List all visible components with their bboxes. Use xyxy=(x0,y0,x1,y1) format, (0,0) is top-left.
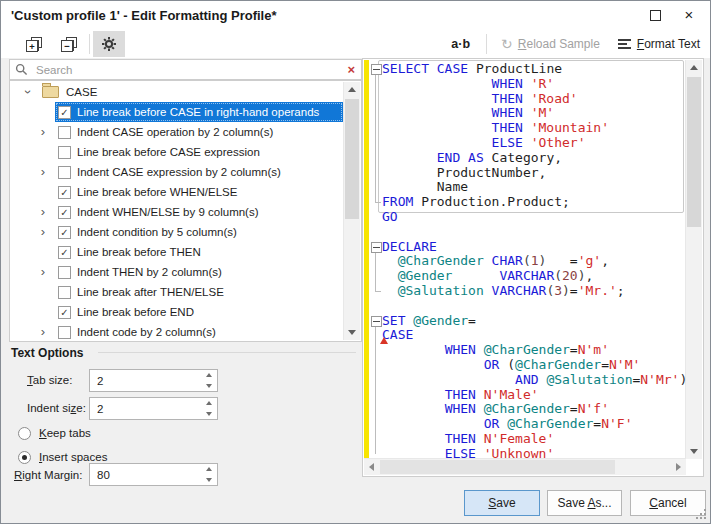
expander-icon[interactable]: › xyxy=(19,87,37,97)
expander-icon[interactable]: › xyxy=(38,123,48,141)
expand-all-icon: + xyxy=(26,37,42,52)
close-button[interactable]: × xyxy=(676,4,702,26)
tree-group-row[interactable]: ›CASE xyxy=(11,82,343,102)
tree-option-row[interactable]: ›Indent THEN by 2 column(s) xyxy=(11,262,343,282)
search-input[interactable] xyxy=(34,63,347,77)
expander-icon[interactable]: › xyxy=(38,203,48,221)
scroll-left-icon[interactable] xyxy=(364,459,379,475)
scrollbar-thumb[interactable] xyxy=(380,460,615,474)
expand-all-button[interactable]: + xyxy=(18,31,50,57)
scroll-down-icon[interactable] xyxy=(686,444,702,459)
expander-icon[interactable]: › xyxy=(38,223,48,241)
tree-option-row[interactable]: ›Indent CASE expression by 2 column(s) xyxy=(11,162,343,182)
tab-size-input[interactable] xyxy=(89,369,218,392)
option-label: Line break before WHEN/ELSE xyxy=(77,186,237,198)
expander-icon[interactable]: › xyxy=(38,163,48,181)
scrollbar-thumb[interactable] xyxy=(345,99,359,219)
fold-toggle-icon[interactable] xyxy=(371,316,382,327)
spin-down-icon[interactable] xyxy=(201,475,217,486)
option-checkbox[interactable] xyxy=(58,126,71,139)
maximize-icon xyxy=(650,10,661,21)
sql-preview-editor[interactable]: SELECT CASE ProductLine WHEN 'R' THEN 'R… xyxy=(362,58,704,477)
code-line: @Gender VARCHAR(20), xyxy=(382,269,686,284)
scroll-up-icon[interactable] xyxy=(686,60,702,75)
spin-up-icon[interactable] xyxy=(201,398,217,409)
profile-options-button[interactable] xyxy=(93,31,125,57)
options-tree-rows: ›CASE✓Line break before CASE in right-ha… xyxy=(11,82,343,340)
option-label: Indent CASE operation by 2 column(s) xyxy=(77,126,273,138)
ab-toggle-button[interactable]: a·b xyxy=(451,37,470,51)
spin-down-icon[interactable] xyxy=(201,381,217,392)
code-line: WHEN @CharGender=N'm' xyxy=(382,343,686,358)
scroll-right-icon[interactable] xyxy=(671,459,686,475)
option-checkbox[interactable]: ✓ xyxy=(58,186,71,199)
fold-toggle-icon[interactable] xyxy=(371,64,382,75)
right-margin-input[interactable] xyxy=(89,463,218,486)
reload-sample-button: ↻ Reload Sample xyxy=(501,36,600,52)
scroll-up-icon[interactable] xyxy=(344,82,360,97)
tree-option-row[interactable]: ›✓Indent condition by 5 column(s) xyxy=(11,222,343,242)
collapse-all-button[interactable]: − xyxy=(53,31,85,57)
scrollbar-thumb[interactable] xyxy=(687,77,701,227)
code-line: ProductNumber, xyxy=(382,166,686,181)
cancel-button[interactable]: Cancel xyxy=(630,490,706,516)
spin-up-icon[interactable] xyxy=(201,370,217,381)
option-checkbox[interactable] xyxy=(58,166,71,179)
tree-option-row[interactable]: ✓Line break before CASE in right-hand op… xyxy=(11,102,343,122)
tree-option-row[interactable]: ›✓Indent WHEN/ELSE by 9 column(s) xyxy=(11,202,343,222)
save-button[interactable]: Save xyxy=(464,490,540,516)
expander-icon[interactable]: › xyxy=(38,263,48,281)
editor-toolbar: a·b ↻ Reload Sample Format Text xyxy=(451,30,700,58)
code-line: THEN N'Female' xyxy=(382,432,686,447)
option-checkbox[interactable]: ✓ xyxy=(58,226,71,239)
collapse-all-icon: − xyxy=(61,37,77,52)
option-checkbox[interactable] xyxy=(58,266,71,279)
clear-search-icon[interactable]: × xyxy=(347,63,355,76)
option-checkbox[interactable]: ✓ xyxy=(58,246,71,259)
indent-size-value[interactable] xyxy=(90,398,201,419)
option-checkbox[interactable] xyxy=(58,286,71,299)
resize-grip[interactable] xyxy=(704,517,706,519)
fold-toggle-icon[interactable] xyxy=(371,242,382,253)
editor-hscrollbar[interactable] xyxy=(364,458,686,475)
indent-size-input[interactable] xyxy=(89,397,218,420)
tree-option-row[interactable]: ›Indent code by 2 column(s) xyxy=(11,322,343,340)
titlebar: 'Custom profile 1' - Edit Formatting Pro… xyxy=(1,1,710,30)
tree-scrollbar[interactable] xyxy=(343,82,360,340)
option-checkbox[interactable]: ✓ xyxy=(58,306,71,319)
option-checkbox[interactable]: ✓ xyxy=(58,206,71,219)
tab-size-value[interactable] xyxy=(90,370,201,391)
search-box[interactable]: × xyxy=(9,59,362,80)
code-line: SELECT CASE ProductLine xyxy=(382,62,686,77)
maximize-button[interactable] xyxy=(642,4,668,26)
toolbar-separator xyxy=(486,34,487,54)
tree-option-row[interactable]: ✓Line break before WHEN/ELSE xyxy=(11,182,343,202)
window-title: 'Custom profile 1' - Edit Formatting Pro… xyxy=(11,8,276,23)
right-margin-value[interactable] xyxy=(90,464,201,485)
option-checkbox[interactable]: ✓ xyxy=(58,106,71,119)
code-line: WHEN 'M' xyxy=(382,106,686,121)
tree-option-row[interactable]: ✓Line break before END xyxy=(11,302,343,322)
code-line: DECLARE xyxy=(382,240,686,255)
option-checkbox[interactable] xyxy=(58,146,71,159)
tree-option-row[interactable]: Line break before CASE expression xyxy=(11,142,343,162)
option-label: Indent WHEN/ELSE by 9 column(s) xyxy=(77,206,259,218)
scroll-down-icon[interactable] xyxy=(344,325,360,340)
toolbar-separator xyxy=(89,34,90,54)
editor-vscrollbar[interactable] xyxy=(685,60,702,459)
spin-up-icon[interactable] xyxy=(201,464,217,475)
tree-option-row[interactable]: ›Indent CASE operation by 2 column(s) xyxy=(11,122,343,142)
code-line: WHEN @CharGender=N'f' xyxy=(382,402,686,417)
insert-spaces-label: Insert spaces xyxy=(39,451,107,463)
spin-down-icon[interactable] xyxy=(201,409,217,420)
tree-option-row[interactable]: ✓Line break before THEN xyxy=(11,242,343,262)
radio-icon xyxy=(18,451,31,464)
tree-option-row[interactable]: Line break after THEN/ELSE xyxy=(11,282,343,302)
keep-tabs-radio[interactable]: Keep tabs xyxy=(18,425,91,441)
save-as-button[interactable]: Save As... xyxy=(547,490,622,516)
editor-surface: SELECT CASE ProductLine WHEN 'R' THEN 'R… xyxy=(369,59,686,459)
option-checkbox[interactable] xyxy=(58,326,71,339)
options-tree[interactable]: ›CASE✓Line break before CASE in right-ha… xyxy=(9,80,362,342)
expander-icon[interactable]: › xyxy=(38,323,48,340)
format-text-button[interactable]: Format Text xyxy=(618,37,700,51)
